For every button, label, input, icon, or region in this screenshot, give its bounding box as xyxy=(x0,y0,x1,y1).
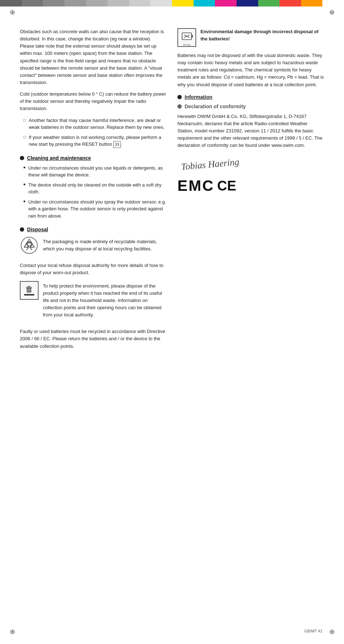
reg-mark-top-left: ⊕ xyxy=(8,8,17,17)
weee-bin-symbol: 🗑 xyxy=(25,285,33,293)
intro-para-2: Cold (outdoor temperatures below 0 ° C) … xyxy=(20,91,167,112)
info-section-heading: Information xyxy=(177,94,324,100)
bar-seg-6 xyxy=(107,0,129,6)
recycle-block: ♻ The packaging is made entirely of recy… xyxy=(20,236,167,257)
env-body-text: Batteries may not be disposed of with th… xyxy=(177,52,324,88)
disposal-heading: Disposal xyxy=(27,227,48,232)
info-heading-text: Information xyxy=(185,94,212,100)
top-bar-left xyxy=(0,0,172,6)
ce-label: CE xyxy=(217,178,236,194)
cleaning-list: Under no circumstances should you use li… xyxy=(20,165,167,220)
bar-magenta xyxy=(215,0,237,6)
env-heading-block: Environmental damage through incorrect d… xyxy=(200,28,324,42)
weee-icon: 🗑 xyxy=(20,281,39,300)
page-footer: GB/MT 41 xyxy=(304,629,322,633)
cleaning-heading: Cleaning and maintenance xyxy=(27,155,91,161)
bar-seg-1 xyxy=(0,0,22,6)
declaration-bullet xyxy=(177,104,182,109)
page-wrapper: ⊕ ⊕ ⊕ ⊕ Obstacles such as concrete walls… xyxy=(0,0,344,644)
declaration-heading-text: Declaration of conformity xyxy=(185,104,246,109)
weee-block: 🗑 To help protect the environment, pleas… xyxy=(20,281,167,323)
bar-green xyxy=(258,0,280,6)
disposal-bullet xyxy=(20,227,24,232)
bar-seg-8 xyxy=(150,0,172,6)
reg-mark-bottom-left: ⊕ xyxy=(8,627,17,636)
emc-ce-block: EMC CE xyxy=(177,177,324,194)
disposal-contact-text: Contact your local refuse disposal autho… xyxy=(20,262,167,276)
cleaning-item-2-text: The device should only be cleaned on the… xyxy=(28,181,167,196)
bar-red xyxy=(279,0,301,6)
info-bullet xyxy=(177,95,182,99)
cleaning-item-3: Under no circumstances should you spray … xyxy=(23,198,167,220)
battery-danger-svg xyxy=(179,29,195,44)
env-heading-text: Environmental damage through incorrect d… xyxy=(200,28,324,42)
recycle-icon: ♻ xyxy=(20,236,39,255)
interference-item-1-text: Another factor that may cause harmful in… xyxy=(29,117,167,131)
signature-text: Tobias Haering xyxy=(181,157,239,172)
bar-cyan xyxy=(194,0,215,6)
bar-seg-5 xyxy=(86,0,108,6)
declaration-text: Herewith OWIM GmbH & Co. KG, Stiftsbergs… xyxy=(177,113,324,149)
cleaning-section-heading: Cleaning and maintenance xyxy=(20,155,167,161)
cleaning-item-1: Under no circumstances should you use li… xyxy=(23,165,167,179)
bar-seg-2 xyxy=(22,0,43,6)
svg-rect-3 xyxy=(191,35,193,38)
bar-orange xyxy=(301,0,323,6)
env-icon-label-text: Pb Hg xyxy=(183,44,190,46)
interference-item-2: If your weather station is not working c… xyxy=(23,134,167,148)
weee-bar xyxy=(24,294,34,295)
disposal-weee-text: To help protect the environment, please … xyxy=(43,282,167,319)
bar-blue xyxy=(237,0,258,6)
bar-white xyxy=(322,0,344,6)
disposal-section-heading: Disposal xyxy=(20,227,167,232)
emc-label: EMC xyxy=(177,177,214,194)
reg-mark-bottom-right: ⊕ xyxy=(327,627,336,636)
interference-item-2-text: If your weather station is not working c… xyxy=(29,134,167,148)
intro-para-1: Obstacles such as concrete walls can als… xyxy=(20,28,167,86)
cleaning-item-1-text: Under no circumstances should you use li… xyxy=(28,165,167,179)
bar-seg-7 xyxy=(129,0,151,6)
top-bar-right xyxy=(172,0,344,6)
page-number: GB/MT 41 xyxy=(304,629,322,633)
cleaning-bullet xyxy=(20,156,24,160)
signature: Tobias Haering xyxy=(181,157,240,172)
interference-item-1: Another factor that may cause harmful in… xyxy=(23,117,167,131)
bar-seg-3 xyxy=(43,0,65,6)
interference-list: Another factor that may cause harmful in… xyxy=(20,117,167,148)
disposal-recycle-text: The packaging is made entirely of recycl… xyxy=(43,238,167,253)
env-damage-icon: Pb Hg xyxy=(177,28,196,47)
bar-yellow xyxy=(172,0,194,6)
svg-text:♻: ♻ xyxy=(26,240,33,249)
right-column: Pb Hg Environmental damage through incor… xyxy=(177,28,324,354)
reg-mark-top-right: ⊕ xyxy=(327,8,336,17)
bar-seg-4 xyxy=(65,0,86,6)
reset-btn-ref: 33 xyxy=(113,141,120,148)
cleaning-item-2: The device should only be cleaned on the… xyxy=(23,181,167,196)
declaration-section-heading: Declaration of conformity xyxy=(177,104,324,109)
content-area: Obstacles such as concrete walls can als… xyxy=(0,6,344,376)
env-damage-block: Pb Hg Environmental damage through incor… xyxy=(177,28,324,47)
recycle-svg: ♻ xyxy=(20,236,39,255)
disposal-battery-text: Faulty or used batteries must be recycle… xyxy=(20,328,167,350)
top-color-bar xyxy=(0,0,344,6)
cleaning-item-3-text: Under no circumstances should you spray … xyxy=(28,198,167,220)
left-column: Obstacles such as concrete walls can als… xyxy=(20,28,167,354)
